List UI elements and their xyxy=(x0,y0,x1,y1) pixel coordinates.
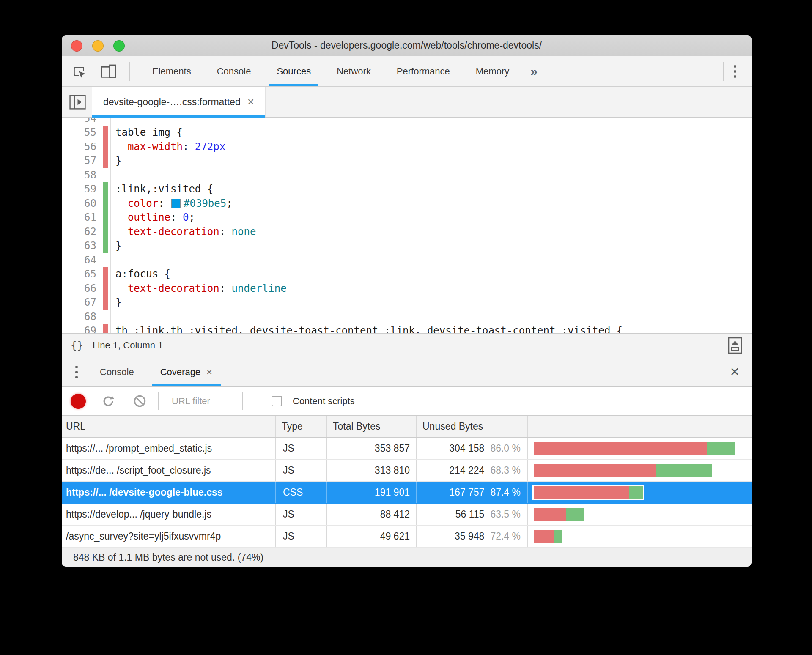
record-coverage-button[interactable] xyxy=(71,394,86,409)
code-line: 65a:focus { xyxy=(62,267,752,282)
coverage-marker-red xyxy=(103,126,108,140)
coverage-row[interactable]: /async_survey?site=ylj5ifxusvvmr4pJS49 6… xyxy=(62,526,752,548)
unused-percent-value: 72.4 % xyxy=(490,531,521,542)
code-token: color xyxy=(128,197,158,209)
code-text: outline: 0; xyxy=(110,211,752,225)
cell-unused-bytes: 214 22468.3 % xyxy=(417,460,528,481)
coverage-row[interactable]: https://... /prompt_embed_static.jsJS353… xyxy=(62,438,752,460)
content-scripts-checkbox[interactable] xyxy=(272,396,282,406)
more-panels-icon[interactable]: » xyxy=(530,64,538,79)
coverage-table-header: URL Type Total Bytes Unused Bytes xyxy=(62,416,752,438)
cell-type: JS xyxy=(276,526,327,547)
coverage-marker-green xyxy=(103,211,108,225)
line-number[interactable]: 65 xyxy=(62,268,96,280)
coverage-marker-green xyxy=(103,182,108,197)
line-number[interactable]: 60 xyxy=(62,197,96,209)
usage-bar xyxy=(534,442,735,455)
cell-total-bytes: 353 857 xyxy=(327,438,417,459)
line-number[interactable]: 62 xyxy=(62,226,96,238)
column-header-unused-bytes[interactable]: Unused Bytes xyxy=(417,416,528,437)
code-token: : xyxy=(219,226,232,238)
code-line: 59:link,:visited { xyxy=(62,182,752,197)
coverage-toolbar: URL filter Content scripts xyxy=(62,387,752,416)
code-token: 272px xyxy=(195,141,225,153)
pretty-print-icon[interactable]: {} xyxy=(68,338,86,352)
inspect-element-icon[interactable] xyxy=(72,64,86,79)
tab-coverage[interactable]: Coverage × xyxy=(152,357,221,386)
devtools-menu-icon[interactable] xyxy=(731,63,739,80)
code-lines: 5455table img {56 max-width: 272px57}585… xyxy=(62,118,752,333)
zoom-window-button[interactable] xyxy=(113,40,125,52)
color-swatch[interactable] xyxy=(171,199,181,208)
code-token: } xyxy=(115,240,121,252)
line-number[interactable]: 58 xyxy=(62,169,96,181)
cell-url: /async_survey?site=ylj5ifxusvvmr4p xyxy=(62,526,276,547)
code-editor[interactable]: 5455table img {56 max-width: 272px57}585… xyxy=(62,118,752,333)
tab-elements[interactable]: Elements xyxy=(145,56,198,86)
unused-percent-value: 63.5 % xyxy=(490,509,521,520)
device-toolbar-icon[interactable] xyxy=(100,64,117,79)
line-number[interactable]: 54 xyxy=(62,118,96,124)
close-file-tab-icon[interactable]: × xyxy=(247,96,254,108)
code-text: th :link,th :visited, devsite-toast-cont… xyxy=(110,324,752,334)
source-mapped-icon[interactable] xyxy=(728,337,742,354)
line-number[interactable]: 69 xyxy=(62,325,96,333)
line-number[interactable]: 55 xyxy=(62,126,96,138)
line-number[interactable]: 59 xyxy=(62,183,96,195)
tab-sources[interactable]: Sources xyxy=(269,56,318,86)
coverage-row[interactable]: https://... /devsite-google-blue.cssCSS1… xyxy=(62,482,752,504)
code-token: ; xyxy=(226,197,232,209)
cell-total-bytes: 49 621 xyxy=(327,526,417,547)
coverage-marker-red xyxy=(103,324,108,334)
line-number[interactable]: 63 xyxy=(62,240,96,252)
coverage-row[interactable]: https://de... /script_foot_closure.jsJS3… xyxy=(62,460,752,482)
code-token: : xyxy=(158,197,170,209)
tab-memory[interactable]: Memory xyxy=(469,56,516,86)
coverage-marker-none xyxy=(103,168,108,182)
coverage-marker-none xyxy=(103,118,108,126)
coverage-summary-label: 848 KB of 1.1 MB bytes are not used. (74… xyxy=(73,552,263,563)
close-drawer-icon[interactable]: ✕ xyxy=(718,366,752,378)
column-header-usage-bar xyxy=(528,416,752,437)
tab-network[interactable]: Network xyxy=(329,56,378,86)
traffic-lights xyxy=(71,35,125,56)
clear-icon[interactable] xyxy=(133,395,146,408)
code-text: } xyxy=(110,239,752,253)
line-number[interactable]: 56 xyxy=(62,141,96,153)
column-header-url[interactable]: URL xyxy=(62,416,276,437)
minimize-window-button[interactable] xyxy=(92,40,104,52)
cell-url: https://... /prompt_embed_static.js xyxy=(62,438,276,459)
cell-usage-bar xyxy=(528,438,752,459)
close-window-button[interactable] xyxy=(71,40,82,52)
line-number[interactable]: 64 xyxy=(62,254,96,266)
line-number[interactable]: 68 xyxy=(62,311,96,323)
code-line: 66 text-decoration: underline xyxy=(62,281,752,296)
coverage-marker-red xyxy=(103,154,108,168)
line-number[interactable]: 61 xyxy=(62,211,96,223)
code-token xyxy=(115,197,128,209)
devtools-window: DevTools - developers.google.com/web/too… xyxy=(62,35,752,567)
cell-url: https://develop... /jquery-bundle.js xyxy=(62,504,276,525)
url-filter-input[interactable]: URL filter xyxy=(172,396,242,407)
drawer-menu-icon[interactable] xyxy=(73,363,80,381)
source-file-tab[interactable]: devsite-google-….css:formatted × xyxy=(92,87,266,117)
coverage-row[interactable]: https://develop... /jquery-bundle.jsJS88… xyxy=(62,504,752,526)
reload-icon[interactable] xyxy=(102,395,115,408)
cell-usage-bar xyxy=(528,504,752,525)
code-text xyxy=(110,168,752,182)
column-header-total-bytes[interactable]: Total Bytes xyxy=(327,416,417,437)
line-number[interactable]: 66 xyxy=(62,282,96,294)
line-number[interactable]: 67 xyxy=(62,296,96,308)
code-text: max-width: 272px xyxy=(110,140,752,154)
cell-total-bytes: 88 412 xyxy=(327,504,417,525)
close-coverage-tab-icon[interactable]: × xyxy=(206,366,212,378)
tab-console[interactable]: Console xyxy=(91,357,143,386)
tab-console[interactable]: Console xyxy=(210,56,258,86)
line-number[interactable]: 57 xyxy=(62,155,96,167)
cursor-position-label: Line 1, Column 1 xyxy=(93,340,163,351)
column-header-type[interactable]: Type xyxy=(276,416,327,437)
code-token xyxy=(115,211,128,223)
toolbar-divider xyxy=(242,392,243,410)
show-navigator-icon[interactable] xyxy=(69,93,86,111)
tab-performance[interactable]: Performance xyxy=(390,56,457,86)
